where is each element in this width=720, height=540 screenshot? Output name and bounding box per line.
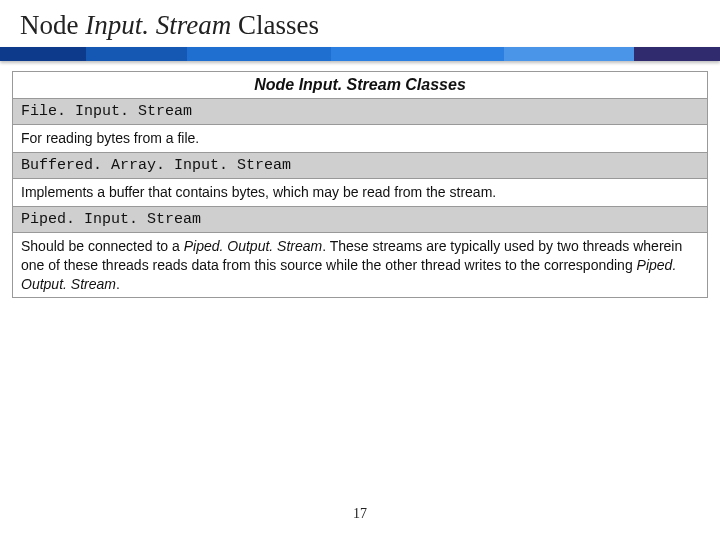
class-desc-cell: Should be connected to a Piped. Output. … (13, 232, 708, 298)
page-number: 17 (0, 506, 720, 522)
table-header-cell: Node Input. Stream Classes (13, 72, 708, 99)
class-desc-cell: Implements a buffer that contains bytes,… (13, 178, 708, 206)
desc-classref: Piped. Output. Stream (184, 238, 323, 254)
desc-text: Should be connected to a (21, 238, 184, 254)
desc-text: . (116, 276, 120, 292)
table-row: Buffered. Array. Input. Stream (13, 152, 708, 178)
title-text-post: Classes (231, 10, 319, 40)
table-row: For reading bytes from a file. (13, 125, 708, 153)
class-name-cell: File. Input. Stream (13, 99, 708, 125)
table-row: Piped. Input. Stream (13, 206, 708, 232)
title-text-italic: Input. Stream (85, 10, 231, 40)
class-name-cell: Piped. Input. Stream (13, 206, 708, 232)
table-header-row: Node Input. Stream Classes (13, 72, 708, 99)
table-row: File. Input. Stream (13, 99, 708, 125)
title-text-pre: Node (20, 10, 85, 40)
table-row: Implements a buffer that contains bytes,… (13, 178, 708, 206)
title-underline-bar (0, 47, 720, 61)
node-classes-table: Node Input. Stream Classes File. Input. … (12, 71, 708, 298)
content-area: Node Input. Stream Classes File. Input. … (0, 61, 720, 298)
class-name-cell: Buffered. Array. Input. Stream (13, 152, 708, 178)
slide-title: Node Input. Stream Classes (0, 0, 720, 47)
table-row: Should be connected to a Piped. Output. … (13, 232, 708, 298)
slide: Node Input. Stream Classes Node Input. S… (0, 0, 720, 540)
class-desc-cell: For reading bytes from a file. (13, 125, 708, 153)
